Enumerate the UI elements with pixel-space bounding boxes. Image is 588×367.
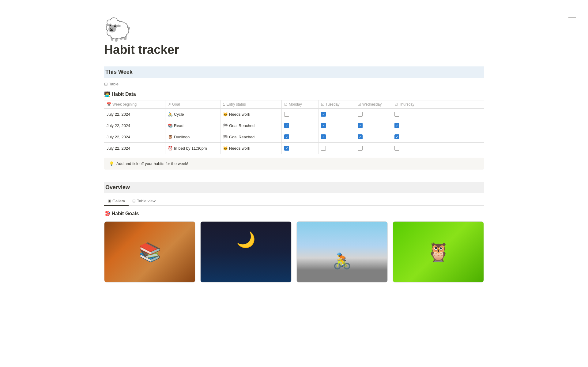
cell-date-3: July 22, 2024 xyxy=(104,143,165,154)
tab-table-view[interactable]: ⊟ Table view xyxy=(129,197,159,206)
checkbox-wednesday-1[interactable] xyxy=(358,123,363,128)
page-container: — 🐑 Habit tracker This Week ⊟ Table 🧑‍💻 … xyxy=(80,0,508,305)
goal-icon-2: 🦉 xyxy=(168,135,173,139)
cell-date-0: July 22, 2024 xyxy=(104,109,165,120)
checkbox-thursday-1[interactable] xyxy=(394,123,399,128)
this-week-section: This Week ⊟ Table 🧑‍💻 Habit Data 📅 Week … xyxy=(104,66,484,170)
cell-monday-1[interactable] xyxy=(282,120,318,131)
cell-monday-2[interactable] xyxy=(282,131,318,142)
cell-thursday-2[interactable] xyxy=(392,131,429,142)
checkbox-tuesday-1[interactable] xyxy=(321,123,326,128)
cell-wednesday-1[interactable] xyxy=(355,120,392,131)
cell-thursday-0[interactable] xyxy=(392,109,429,120)
cell-status-2: 🏁 Goal Reached xyxy=(221,131,282,142)
habit-goals-title: 🎯 Habit Goals xyxy=(104,211,484,216)
cell-goal-0[interactable]: 🚴 Cycle xyxy=(165,109,221,120)
checkbox-header-monday: ☑ xyxy=(284,102,288,107)
status-icon-0: 🐱 xyxy=(223,112,228,117)
overview-header: Overview xyxy=(104,182,484,193)
cell-tuesday-0[interactable] xyxy=(318,109,355,120)
cell-thursday-1[interactable] xyxy=(392,120,429,131)
cell-wednesday-2[interactable] xyxy=(355,131,392,142)
checkbox-wednesday-0[interactable] xyxy=(358,112,363,117)
cell-status-0: 🐱 Needs work xyxy=(221,109,282,120)
table-body: July 22, 2024 🚴 Cycle 🐱 Needs work xyxy=(104,109,484,154)
cell-tuesday-1[interactable] xyxy=(318,120,355,131)
table-row: July 22, 2024 🚴 Cycle 🐱 Needs work xyxy=(104,109,484,120)
gallery-card-duolingo[interactable] xyxy=(393,221,484,283)
goal-text-0: Cycle xyxy=(174,112,184,117)
checkbox-tuesday-3[interactable] xyxy=(321,146,326,151)
checkbox-monday-1[interactable] xyxy=(284,123,289,128)
checkbox-tuesday-0[interactable] xyxy=(321,112,326,117)
checkbox-wednesday-3[interactable] xyxy=(358,146,363,151)
cell-monday-0[interactable] xyxy=(282,109,318,120)
col-tuesday: ☑ Tuesday xyxy=(318,100,355,108)
gallery-card-night[interactable] xyxy=(200,221,292,283)
cell-goal-1[interactable]: 📚 Read xyxy=(165,120,221,131)
status-icon-3: 🐱 xyxy=(223,146,228,151)
habit-data-title: 🧑‍💻 Habit Data xyxy=(104,91,484,97)
checkbox-thursday-0[interactable] xyxy=(394,112,399,117)
cell-wednesday-3[interactable] xyxy=(355,143,392,154)
tip-text: Add and tick off your habits for the wee… xyxy=(116,161,188,166)
checkbox-thursday-3[interactable] xyxy=(394,146,399,151)
goal-icon-0: 🚴 xyxy=(168,112,173,117)
checkbox-wednesday-2[interactable] xyxy=(358,134,363,139)
status-text-0: Needs work xyxy=(229,112,250,117)
table-view-toggle[interactable]: ⊟ Table xyxy=(104,80,484,88)
col-monday: ☑ Monday xyxy=(282,100,318,108)
gallery-tab-icon: ⊞ xyxy=(108,199,111,203)
goal-text-3: In bed by 11:30pm xyxy=(174,146,207,151)
sigma-icon: Σ xyxy=(223,102,225,107)
col-week-beginning: 📅 Week begining xyxy=(104,100,165,108)
minimize-button[interactable]: — xyxy=(568,12,576,21)
checkbox-tuesday-2[interactable] xyxy=(321,134,326,139)
cell-goal-2[interactable]: 🦉 Duolingo xyxy=(165,131,221,142)
goal-text-2: Duolingo xyxy=(174,135,190,139)
cell-goal-3[interactable]: ⏰ In bed by 11:30pm xyxy=(165,143,221,154)
tip-box: 💡 Add and tick off your habits for the w… xyxy=(104,158,484,170)
cell-tuesday-2[interactable] xyxy=(318,131,355,142)
checkbox-thursday-2[interactable] xyxy=(394,134,399,139)
checkbox-header-thursday: ☑ xyxy=(394,102,398,107)
overview-section: Overview ⊞ Gallery ⊟ Table view 🎯 Habit … xyxy=(104,182,484,283)
habit-table: 📅 Week begining ↗ Goal Σ Entry status ☑ … xyxy=(104,100,484,154)
page-title: Habit tracker xyxy=(104,43,484,57)
col-wednesday: ☑ Wednesday xyxy=(355,100,392,108)
goal-text-1: Read xyxy=(174,123,183,128)
gallery-card-cycle[interactable] xyxy=(296,221,388,283)
cell-status-3: 🐱 Needs work xyxy=(221,143,282,154)
table-view-tab-label: Table view xyxy=(137,199,156,203)
this-week-title: This Week xyxy=(104,69,133,75)
checkbox-monday-3[interactable] xyxy=(284,146,289,151)
col-thursday: ☑ Thursday xyxy=(392,100,429,108)
overview-title: Overview xyxy=(104,184,130,190)
gallery-card-books[interactable] xyxy=(104,221,195,283)
status-icon-1: 🏁 xyxy=(223,123,228,128)
cell-monday-3[interactable] xyxy=(282,143,318,154)
gallery-tab-label: Gallery xyxy=(112,199,125,203)
status-text-1: Goal Reached xyxy=(229,123,254,128)
checkbox-header-tuesday: ☑ xyxy=(321,102,324,107)
checkbox-monday-0[interactable] xyxy=(284,112,289,117)
arrow-icon: ↗ xyxy=(168,102,171,107)
checkbox-monday-2[interactable] xyxy=(284,134,289,139)
cell-tuesday-3[interactable] xyxy=(318,143,355,154)
status-text-2: Goal Reached xyxy=(229,135,254,139)
tab-gallery[interactable]: ⊞ Gallery xyxy=(104,197,129,206)
cell-thursday-3[interactable] xyxy=(392,143,429,154)
cell-status-1: 🏁 Goal Reached xyxy=(221,120,282,131)
tip-icon: 💡 xyxy=(109,161,114,166)
table-row: July 22, 2024 📚 Read 🏁 Goal Reached xyxy=(104,120,484,131)
table-view-tab-icon: ⊟ xyxy=(132,199,136,203)
table-header: 📅 Week begining ↗ Goal Σ Entry status ☑ … xyxy=(104,100,484,109)
col-entry-status: Σ Entry status xyxy=(221,100,282,108)
cell-wednesday-0[interactable] xyxy=(355,109,392,120)
page-icon: 🐑 xyxy=(104,18,484,40)
calendar-icon: 📅 xyxy=(107,102,111,107)
this-week-header: This Week xyxy=(104,66,484,78)
checkbox-header-wednesday: ☑ xyxy=(358,102,361,107)
table-icon: ⊟ xyxy=(104,81,108,86)
gallery-grid xyxy=(104,221,484,283)
